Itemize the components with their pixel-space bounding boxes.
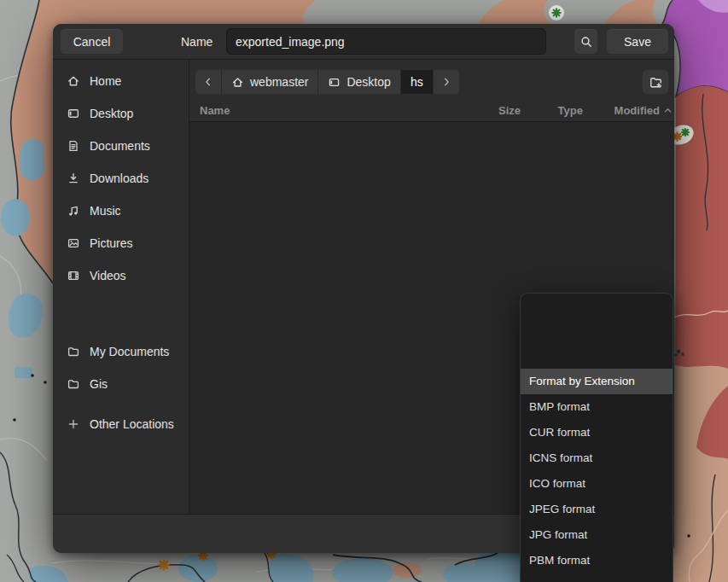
- format-dropdown-menu: Format by Extension BMP format CUR forma…: [520, 293, 673, 582]
- menu-item-format-by-extension[interactable]: Format by Extension: [521, 369, 673, 394]
- folder-icon: [67, 377, 80, 391]
- sidebar-item-other-locations[interactable]: Other Locations: [58, 408, 184, 440]
- column-header-modified[interactable]: Modified: [606, 99, 673, 122]
- column-header-type[interactable]: Type: [532, 99, 583, 122]
- sidebar-bookmark-my-documents[interactable]: My Documents: [58, 335, 184, 368]
- column-header-label: Modified: [614, 104, 660, 117]
- sidebar-item-label: Desktop: [90, 107, 133, 120]
- film-icon: [67, 269, 80, 282]
- sidebar-item-label: My Documents: [90, 345, 169, 358]
- path-bar: webmaster Desktop hs: [195, 69, 460, 95]
- sidebar-item-home[interactable]: Home: [58, 65, 184, 97]
- sidebar-bookmark-gis[interactable]: Gis: [58, 368, 184, 400]
- green-asterisk-marker: [549, 5, 564, 20]
- search-button[interactable]: [574, 28, 598, 55]
- forward-button[interactable]: [434, 70, 459, 94]
- sidebar-item-desktop[interactable]: Desktop: [58, 97, 184, 130]
- chevron-left-icon: [202, 76, 214, 88]
- sidebar-item-label: Documents: [90, 139, 150, 153]
- filename-label: Name: [181, 24, 213, 60]
- breadcrumb-label: webmaster: [250, 75, 308, 89]
- desktop-icon: [67, 107, 80, 120]
- menu-item-jpeg-format[interactable]: JPEG format: [521, 497, 673, 522]
- sidebar-item-label: Home: [90, 74, 121, 88]
- sidebar-item-label: Downloads: [90, 172, 149, 185]
- music-note-icon: [67, 204, 80, 218]
- back-button[interactable]: [195, 70, 222, 94]
- sidebar-item-videos[interactable]: Videos: [58, 259, 184, 292]
- sidebar-item-label: Pictures: [90, 236, 133, 250]
- sidebar-item-label: Music: [90, 204, 121, 218]
- breadcrumb-label: Desktop: [347, 75, 390, 89]
- save-button[interactable]: Save: [606, 28, 669, 55]
- menu-item-cur-format[interactable]: CUR format: [521, 420, 673, 445]
- folder-plus-icon: [649, 75, 663, 90]
- sidebar-item-label: Videos: [90, 269, 126, 282]
- cancel-button[interactable]: Cancel: [60, 28, 124, 55]
- menu-item-bmp-format[interactable]: BMP format: [521, 394, 673, 420]
- column-header-row: Name Size Type Modified: [189, 99, 674, 122]
- search-icon: [579, 35, 593, 49]
- filename-input[interactable]: [226, 28, 546, 55]
- desktop-icon: [328, 76, 341, 89]
- dialog-headerbar: Cancel Name Save: [53, 24, 674, 60]
- menu-item-jpg-format[interactable]: JPG format: [521, 522, 673, 548]
- column-header-size[interactable]: Size: [469, 99, 521, 122]
- download-icon: [67, 172, 80, 185]
- home-icon: [67, 74, 80, 88]
- new-folder-button[interactable]: [642, 69, 669, 95]
- home-icon: [231, 76, 244, 89]
- chevron-right-icon: [440, 76, 452, 88]
- document-icon: [67, 139, 80, 153]
- breadcrumb-home[interactable]: webmaster: [222, 70, 318, 94]
- menu-item-ico-format[interactable]: ICO format: [521, 471, 673, 497]
- breadcrumb-typed-segment[interactable]: hs: [401, 70, 434, 94]
- sidebar-item-label: Other Locations: [90, 417, 174, 431]
- breadcrumb-label: hs: [411, 75, 423, 89]
- sidebar-item-label: Gis: [90, 377, 108, 391]
- sort-ascending-icon: [663, 106, 673, 115]
- plus-icon: [67, 417, 80, 431]
- menu-item-icns-format[interactable]: ICNS format: [521, 445, 673, 471]
- picture-icon: [67, 236, 80, 250]
- breadcrumb-desktop[interactable]: Desktop: [318, 70, 400, 94]
- folder-icon: [67, 345, 80, 358]
- places-sidebar: Home Desktop Documents: [53, 60, 189, 514]
- column-header-name[interactable]: Name: [200, 99, 230, 122]
- sidebar-item-downloads[interactable]: Downloads: [58, 162, 184, 195]
- menu-item-pbm-format[interactable]: PBM format: [521, 548, 673, 573]
- sidebar-item-music[interactable]: Music: [58, 195, 184, 227]
- browser-top-area: webmaster Desktop hs: [189, 60, 674, 122]
- sidebar-item-documents[interactable]: Documents: [58, 130, 184, 162]
- sidebar-item-pictures[interactable]: Pictures: [58, 227, 184, 259]
